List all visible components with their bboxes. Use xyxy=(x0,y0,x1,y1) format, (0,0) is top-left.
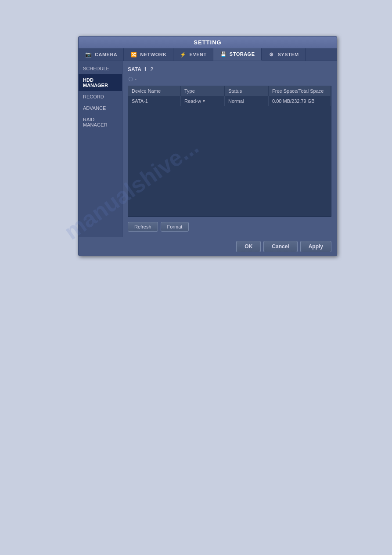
settings-dialog: SETTING CAMERA NETWORK EVENT STORAGE SYS… xyxy=(78,36,337,256)
sata-num-1[interactable]: 1 xyxy=(144,66,147,73)
table-row[interactable]: SATA-1 Read-w ▼ Normal 0.00 MB/232.79 GB xyxy=(128,96,331,106)
col-type: Type xyxy=(181,86,225,96)
camera-icon xyxy=(85,51,93,58)
cell-device-name: SATA-1 xyxy=(128,96,181,106)
sata-row: SATA 1 2 xyxy=(128,66,331,73)
sidebar-item-record[interactable]: RECORD xyxy=(79,91,122,102)
sidebar-item-advance[interactable]: ADVANCE xyxy=(79,102,122,114)
dialog-title: SETTING xyxy=(194,39,221,46)
apply-button[interactable]: Apply xyxy=(300,241,331,252)
table-header: Device Name Type Status Free Space/Total… xyxy=(128,86,331,96)
sata-indicator-row: - xyxy=(129,76,331,82)
hdd-table: Device Name Type Status Free Space/Total… xyxy=(128,86,331,217)
storage-icon xyxy=(219,51,227,57)
refresh-button[interactable]: Refresh xyxy=(128,222,158,232)
cell-free-space: 0.00 MB/232.79 GB xyxy=(269,96,331,106)
tab-camera[interactable]: CAMERA xyxy=(79,48,124,61)
tab-storage[interactable]: STORAGE xyxy=(213,48,262,61)
system-icon xyxy=(268,51,276,58)
ok-button[interactable]: OK xyxy=(236,241,261,252)
tab-network-label: NETWORK xyxy=(140,52,166,57)
tab-camera-label: CAMERA xyxy=(95,52,117,57)
main-panel: SATA 1 2 - Device Name Type Status Free … xyxy=(122,61,337,237)
type-dropdown[interactable]: Read-w ▼ xyxy=(184,98,221,104)
sidebar-item-schedule[interactable]: SCHEDULE xyxy=(79,63,122,74)
bottom-buttons: Refresh Format xyxy=(128,222,331,232)
tab-network[interactable]: NETWORK xyxy=(124,48,173,61)
tab-event[interactable]: EVENT xyxy=(173,48,213,61)
sidebar-item-hdd-manager[interactable]: HDD MANAGER xyxy=(79,74,122,91)
col-status: Status xyxy=(225,86,269,96)
tab-bar: CAMERA NETWORK EVENT STORAGE SYSTEM xyxy=(79,48,337,61)
format-button[interactable]: Format xyxy=(161,222,189,232)
sata-numbers: 1 2 xyxy=(144,66,153,73)
col-free-space: Free Space/Total Space xyxy=(269,86,331,96)
content-area: SCHEDULE HDD MANAGER RECORD ADVANCE RAID… xyxy=(79,61,337,237)
sidebar: SCHEDULE HDD MANAGER RECORD ADVANCE RAID… xyxy=(79,61,122,237)
sata-num-2[interactable]: 2 xyxy=(151,66,154,73)
cell-type[interactable]: Read-w ▼ xyxy=(181,96,225,106)
sata-circle-indicator xyxy=(129,77,133,81)
sata-dash: - xyxy=(135,76,137,82)
tab-event-label: EVENT xyxy=(190,52,207,57)
tab-system-label: SYSTEM xyxy=(278,52,299,57)
cancel-button[interactable]: Cancel xyxy=(263,241,297,252)
title-bar: SETTING xyxy=(79,36,337,48)
network-icon xyxy=(130,51,138,58)
sidebar-item-raid-manager[interactable]: RAID MANAGER xyxy=(79,114,122,131)
tab-system[interactable]: SYSTEM xyxy=(262,48,306,61)
dropdown-arrow-icon: ▼ xyxy=(202,99,206,103)
sata-label: SATA xyxy=(128,66,141,73)
footer-buttons: OK Cancel Apply xyxy=(79,237,337,256)
col-device-name: Device Name xyxy=(128,86,181,96)
event-icon xyxy=(180,51,187,58)
tab-storage-label: STORAGE xyxy=(230,51,255,57)
cell-status: Normal xyxy=(225,96,269,106)
